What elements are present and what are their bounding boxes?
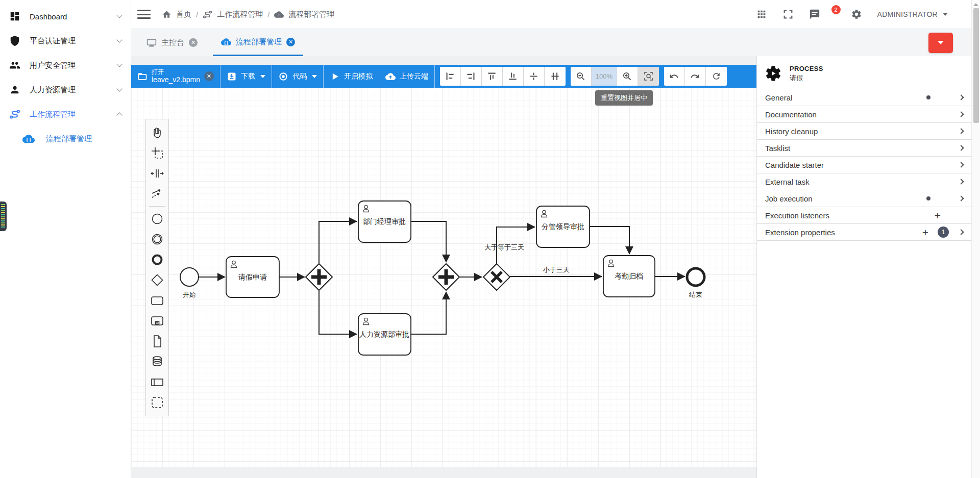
sidebar-subitem-process-deploy[interactable]: { } 流程部署管理 — [0, 127, 131, 151]
user-task-hr-approval[interactable]: 人力资源部审批 — [358, 314, 411, 355]
sidebar-item-label: Dashboard — [30, 12, 117, 21]
svg-text:{ }: { } — [26, 137, 31, 142]
panel-section-history-cleanup[interactable]: History cleanup — [757, 123, 971, 140]
sidebar: Dashboard 平台认证管理 用户安全管理 人力资源管理 — [0, 0, 131, 478]
download-icon — [227, 71, 237, 82]
close-icon[interactable]: ✕ — [189, 38, 198, 47]
create-group[interactable] — [146, 392, 168, 413]
svg-text:!: ! — [279, 13, 280, 17]
create-data-object[interactable] — [146, 331, 168, 351]
start-event[interactable]: 开始 — [180, 268, 199, 298]
breadcrumb-workflow[interactable]: 工作流程管理 — [217, 10, 263, 19]
header-actions: 2 ADMINISTRATOR — [756, 9, 972, 20]
panel-section-documentation[interactable]: Documentation — [757, 106, 971, 123]
open-file-button[interactable]: 打开 leave_v2.bpmn ✕ — [131, 65, 220, 88]
redo-button[interactable] — [685, 67, 706, 86]
properties-panel: PROCESS 请假 General Documentation History… — [756, 56, 971, 478]
create-task[interactable] — [146, 290, 168, 311]
global-connect-tool[interactable] — [146, 184, 168, 204]
zoom-in-button[interactable] — [617, 67, 638, 86]
tab-console[interactable]: 主控台 ✕ — [138, 29, 206, 56]
add-icon[interactable]: + — [935, 210, 941, 221]
zoom-out-button[interactable] — [571, 67, 592, 86]
home-icon — [162, 10, 172, 19]
section-label: History cleanup — [765, 127, 949, 136]
user-task-attendance-archive[interactable]: 考勤归档 — [603, 256, 655, 297]
chevron-right-icon — [958, 128, 964, 134]
folder-open-icon — [137, 71, 148, 82]
section-label: External task — [765, 178, 949, 186]
collapsed-side-widget[interactable] — [0, 202, 7, 231]
reset-view-button[interactable] — [638, 67, 659, 86]
panel-section-execution-listeners[interactable]: Execution listeners + — [757, 207, 971, 224]
cloud-code-icon: { } — [221, 37, 231, 47]
refresh-button[interactable] — [706, 67, 727, 86]
sidebar-item-workflow[interactable]: 工作流程管理 — [0, 102, 131, 127]
gear-icon[interactable] — [851, 9, 862, 20]
scroll-up-arrow[interactable] — [973, 3, 978, 6]
element-name: 请假 — [790, 73, 823, 83]
apps-grid-icon[interactable] — [756, 9, 767, 20]
zoom-level-display[interactable]: 100% — [592, 67, 617, 86]
align-top-button[interactable] — [482, 67, 503, 86]
bpmn-diagram: 开始 请假申请 部门经理审批 — [131, 88, 756, 467]
section-label: Documentation — [765, 110, 949, 119]
panel-section-general[interactable]: General — [757, 89, 971, 106]
process-gear-icon — [764, 64, 782, 83]
tab-process-deploy[interactable]: { } 流程部署管理 ✕ — [213, 29, 303, 56]
panel-section-extension-properties[interactable]: Extension properties + 1 — [757, 224, 971, 241]
add-icon[interactable]: + — [922, 227, 928, 238]
breadcrumb-sep: / — [196, 10, 198, 19]
tab-options-button[interactable] — [928, 33, 953, 53]
create-intermediate-event[interactable] — [146, 229, 168, 249]
breadcrumb-home[interactable]: 首页 — [176, 10, 191, 19]
upload-cloud-button[interactable]: 上传云端 — [379, 65, 435, 88]
create-gateway[interactable] — [146, 270, 168, 290]
create-data-store[interactable] — [146, 351, 168, 372]
close-icon[interactable]: ✕ — [286, 38, 295, 46]
align-bottom-button[interactable] — [503, 67, 524, 86]
download-button[interactable]: 下载 — [220, 65, 272, 88]
sidebar-item-platform-auth[interactable]: 平台认证管理 — [0, 29, 131, 53]
fullscreen-icon[interactable] — [782, 9, 794, 20]
cloud-icon: ! — [274, 10, 284, 19]
end-event[interactable]: 结束 — [687, 268, 704, 298]
panel-section-job-execution[interactable]: Job execution — [757, 190, 971, 207]
align-left-button[interactable] — [440, 67, 461, 86]
hand-tool[interactable] — [146, 122, 168, 143]
sidebar-item-dashboard[interactable]: Dashboard — [0, 4, 131, 29]
create-participant[interactable] — [146, 372, 168, 392]
align-right-button[interactable] — [461, 67, 482, 86]
user-task-dept-manager-approval[interactable]: 部门经理审批 — [358, 201, 411, 242]
user-task-leader-approval[interactable]: 分管领导审批 — [536, 206, 590, 247]
page-scrollbar[interactable] — [971, 0, 980, 478]
hamburger-menu-icon[interactable] — [137, 10, 151, 19]
panel-section-external-task[interactable]: External task — [757, 173, 971, 190]
person-icon — [9, 84, 20, 95]
user-task-leave-request[interactable]: 请假申请 — [226, 257, 279, 297]
bpmn-canvas[interactable]: 开始 请假申请 部门经理审批 — [131, 88, 756, 467]
element-type-label: PROCESS — [790, 65, 823, 72]
undo-button[interactable] — [664, 67, 685, 86]
panel-section-tasklist[interactable]: Tasklist — [757, 140, 971, 157]
parallel-gateway-join[interactable] — [433, 264, 459, 290]
messages-icon[interactable] — [809, 9, 820, 20]
parallel-gateway-split[interactable] — [306, 264, 332, 290]
sidebar-item-user-security[interactable]: 用户安全管理 — [0, 53, 131, 78]
lasso-tool[interactable] — [146, 143, 168, 163]
panel-section-candidate-starter[interactable]: Candidate starter — [757, 157, 971, 173]
scrollbar-thumb[interactable] — [973, 8, 979, 123]
create-subprocess[interactable] — [146, 311, 168, 331]
close-file-icon[interactable]: ✕ — [204, 71, 214, 81]
space-tool[interactable] — [146, 163, 168, 184]
create-end-event[interactable] — [146, 249, 168, 270]
exclusive-gateway[interactable] — [483, 264, 510, 290]
create-start-event[interactable] — [146, 209, 168, 229]
code-label: 代码 — [292, 72, 307, 81]
align-horizontal-center-button[interactable] — [545, 67, 566, 86]
sidebar-item-hr[interactable]: 人力资源管理 — [0, 78, 131, 102]
align-vertical-center-button[interactable] — [524, 67, 545, 86]
code-button[interactable]: 代码 — [272, 65, 324, 88]
user-menu[interactable]: ADMINISTRATOR — [877, 10, 948, 18]
start-simulation-button[interactable]: 开启模拟 — [324, 65, 379, 88]
